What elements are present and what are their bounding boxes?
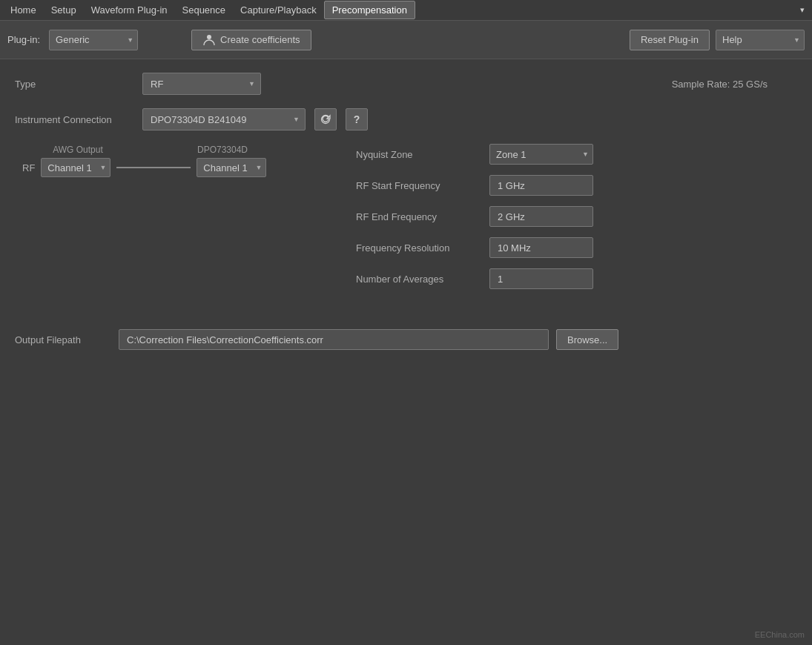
instrument-select-wrapper: DPO73304D B241049 [142,108,306,130]
refresh-button[interactable] [314,108,337,130]
browse-button[interactable]: Browse... [556,329,618,350]
rf-start-freq-label: RF Start Frequency [356,180,482,191]
awg-dpo-labels: AWG Output DPO73304D [37,144,311,155]
instrument-connection-row: Instrument Connection DPO73304D B241049 … [15,108,797,130]
help-select[interactable]: Help [716,30,805,50]
rf-end-freq-label: RF End Frequency [356,211,482,222]
type-row: Type RF Sample Rate: 25 GS/s [15,73,797,95]
main-content: Type RF Sample Rate: 25 GS/s Instrument … [0,59,812,363]
reset-plugin-button[interactable]: Reset Plug-in [630,30,710,50]
refresh-icon [320,113,331,125]
menubar-arrow[interactable]: ▾ [796,2,809,18]
menu-setup[interactable]: Setup [44,1,84,19]
num-averages-group: Number of Averages [356,268,797,289]
nyquist-zone-select-wrapper: Zone 1 Zone 2 Zone 3 [489,144,593,165]
awg-channel-row: RF Channel 1 Channel 2 Channel 3 Channel… [22,158,311,177]
nyquist-zone-group: Nyquist Zone Zone 1 Zone 2 Zone 3 [356,144,797,165]
toolbar: Plug-in: Generic Create coefficients Res… [0,21,812,59]
create-coefficients-button[interactable]: Create coefficients [191,30,311,50]
help-info-button[interactable]: ? [346,108,368,130]
sample-rate-value: 25 GS/s [733,79,768,90]
rf-end-freq-group: RF End Frequency [356,206,797,227]
rf-start-freq-input[interactable] [489,175,593,196]
dpo-label: DPO73304D [197,145,248,155]
plugin-label: Plug-in: [7,34,40,45]
menu-home[interactable]: Home [3,1,44,19]
instrument-select[interactable]: DPO73304D B241049 [142,108,306,130]
watermark: EEChina.com [755,630,805,639]
awg-channel-select[interactable]: Channel 1 Channel 2 Channel 3 Channel 4 [41,158,110,177]
question-mark-icon: ? [354,113,360,125]
nyquist-zone-label: Nyquist Zone [356,149,482,160]
type-label: Type [15,79,133,90]
rf-label: RF [22,162,35,173]
num-averages-label: Number of Averages [356,274,482,285]
instrument-connection-label: Instrument Connection [15,114,133,125]
nyquist-zone-select[interactable]: Zone 1 Zone 2 Zone 3 [489,144,593,165]
awg-channel-select-wrapper: Channel 1 Channel 2 Channel 3 Channel 4 [41,158,110,177]
freq-resolution-label: Frequency Resolution [356,242,482,254]
rf-end-freq-input[interactable] [489,206,593,227]
svg-point-0 [207,35,211,39]
plugin-select[interactable]: Generic [49,30,138,50]
sample-rate-label: Sample Rate: [672,79,730,90]
awg-output-label: AWG Output [53,145,103,155]
output-filepath-row: Output Filepath Browse... [15,329,797,350]
menu-waveform-plugin[interactable]: Waveform Plug-in [84,1,175,19]
channel-connector-line [116,167,191,168]
output-filepath-input[interactable] [119,329,549,350]
menu-capture-playback[interactable]: Capture/Playback [233,1,324,19]
dpo-channel-select-wrapper: Channel 1 Channel 2 Channel 3 Channel 4 [197,158,266,177]
menubar: Home Setup Waveform Plug-in Sequence Cap… [0,0,812,21]
right-fields-panel: Nyquist Zone Zone 1 Zone 2 Zone 3 RF Sta… [311,144,797,300]
output-filepath-label: Output Filepath [15,334,111,345]
freq-resolution-group: Frequency Resolution [356,237,797,258]
menu-precompensation[interactable]: Precompensation [324,1,415,19]
type-select[interactable]: RF [142,73,261,95]
dpo-channel-select[interactable]: Channel 1 Channel 2 Channel 3 Channel 4 [197,158,266,177]
person-icon [202,33,216,47]
freq-resolution-input[interactable] [489,237,593,258]
type-select-wrapper: RF [142,73,261,95]
help-select-wrapper: Help [716,30,805,50]
num-averages-input[interactable] [489,268,593,289]
rf-start-freq-group: RF Start Frequency [356,175,797,196]
menu-sequence[interactable]: Sequence [175,1,234,19]
plugin-select-wrapper: Generic [49,30,138,50]
sample-rate-info: Sample Rate: 25 GS/s [672,79,797,90]
